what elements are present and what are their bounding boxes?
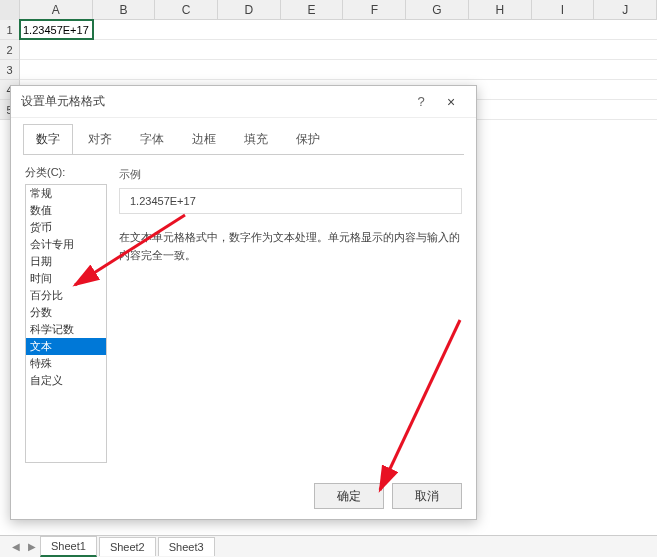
help-button[interactable]: ?	[406, 94, 436, 109]
sheet-tabs-bar: ◀ ▶ Sheet1 Sheet2 Sheet3	[0, 535, 657, 557]
row-header-2[interactable]: 2	[0, 40, 20, 60]
cell-a1[interactable]: 1.23457E+17	[20, 20, 93, 39]
tab-number[interactable]: 数字	[23, 124, 73, 155]
ok-button[interactable]: 确定	[314, 483, 384, 509]
row-header-3[interactable]: 3	[0, 60, 20, 80]
column-headers: A B C D E F G H I J	[0, 0, 657, 20]
cat-custom[interactable]: 自定义	[26, 372, 106, 389]
col-header-b[interactable]: B	[93, 0, 156, 19]
format-description: 在文本单元格格式中，数字作为文本处理。单元格显示的内容与输入的内容完全一致。	[119, 228, 462, 264]
select-all-corner[interactable]	[0, 0, 20, 20]
tab-alignment[interactable]: 对齐	[75, 124, 125, 155]
cat-percentage[interactable]: 百分比	[26, 287, 106, 304]
category-list[interactable]: 常规 数值 货币 会计专用 日期 时间 百分比 分数 科学记数 文本 特殊 自定…	[25, 184, 107, 463]
close-button[interactable]: ×	[436, 94, 466, 110]
example-value: 1.23457E+17	[119, 188, 462, 214]
format-cells-dialog: 设置单元格格式 ? × 数字 对齐 字体 边框 填充 保护 分类(C): 常规 …	[10, 85, 477, 520]
col-header-e[interactable]: E	[281, 0, 344, 19]
tab-protection[interactable]: 保护	[283, 124, 333, 155]
sheet-tab-3[interactable]: Sheet3	[158, 537, 215, 556]
dialog-tabs: 数字 对齐 字体 边框 填充 保护	[11, 118, 476, 155]
cat-special[interactable]: 特殊	[26, 355, 106, 372]
category-label: 分类(C):	[25, 165, 107, 180]
col-header-f[interactable]: F	[343, 0, 406, 19]
cat-fraction[interactable]: 分数	[26, 304, 106, 321]
cat-currency[interactable]: 货币	[26, 219, 106, 236]
col-header-h[interactable]: H	[469, 0, 532, 19]
cat-date[interactable]: 日期	[26, 253, 106, 270]
col-header-c[interactable]: C	[155, 0, 218, 19]
sheet-tab-2[interactable]: Sheet2	[99, 537, 156, 556]
cat-general[interactable]: 常规	[26, 185, 106, 202]
tab-font[interactable]: 字体	[127, 124, 177, 155]
sheet-nav-next-icon[interactable]: ▶	[24, 541, 40, 552]
cat-number[interactable]: 数值	[26, 202, 106, 219]
tab-fill[interactable]: 填充	[231, 124, 281, 155]
cat-scientific[interactable]: 科学记数	[26, 321, 106, 338]
cat-text[interactable]: 文本	[26, 338, 106, 355]
cat-time[interactable]: 时间	[26, 270, 106, 287]
tab-border[interactable]: 边框	[179, 124, 229, 155]
col-header-d[interactable]: D	[218, 0, 281, 19]
sheet-nav-prev-icon[interactable]: ◀	[8, 541, 24, 552]
col-header-i[interactable]: I	[532, 0, 595, 19]
col-header-j[interactable]: J	[594, 0, 657, 19]
col-header-g[interactable]: G	[406, 0, 469, 19]
row-header-1[interactable]: 1	[0, 20, 20, 40]
cancel-button[interactable]: 取消	[392, 483, 462, 509]
dialog-titlebar[interactable]: 设置单元格格式 ? ×	[11, 86, 476, 118]
sheet-tab-1[interactable]: Sheet1	[40, 536, 97, 557]
dialog-title: 设置单元格格式	[21, 93, 406, 110]
col-header-a[interactable]: A	[20, 0, 93, 19]
cat-accounting[interactable]: 会计专用	[26, 236, 106, 253]
example-label: 示例	[119, 167, 462, 182]
